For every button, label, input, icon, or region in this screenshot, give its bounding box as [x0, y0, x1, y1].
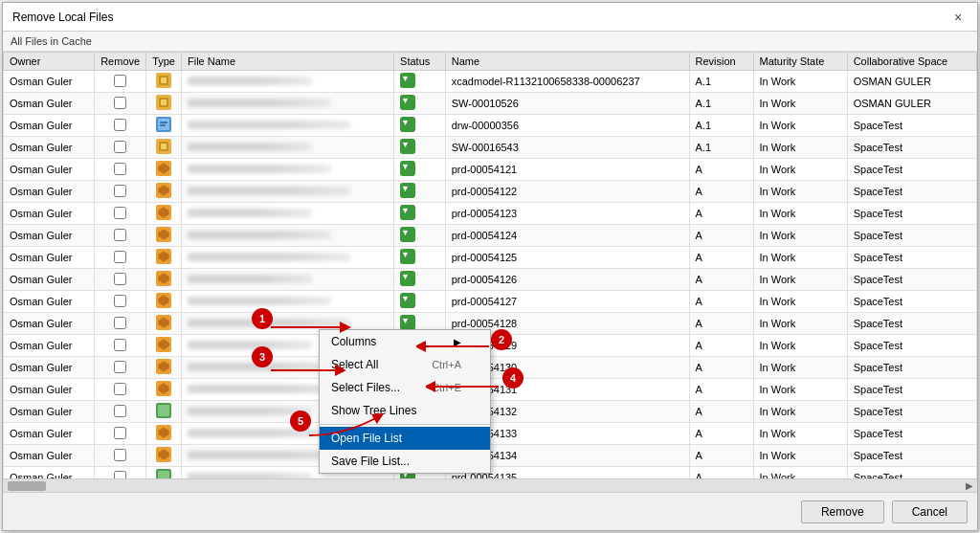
- remove-checkbox[interactable]: [114, 185, 126, 197]
- cell-status: ▼: [394, 357, 446, 379]
- remove-checkbox[interactable]: [114, 251, 126, 263]
- cell-remove[interactable]: [95, 137, 146, 159]
- table-row: Osman Guler▼prd-00054133AIn WorkSpaceTes…: [4, 423, 977, 445]
- cell-remove[interactable]: [95, 203, 146, 225]
- remove-checkbox[interactable]: [114, 97, 126, 109]
- cell-status: ▼: [394, 401, 446, 423]
- cell-maturity: In Work: [753, 247, 847, 269]
- asm-icon: [156, 144, 171, 156]
- table-row: Osman Guler▼SW-00010526A.1In WorkOSMAN G…: [4, 93, 977, 115]
- cell-owner: Osman Guler: [4, 335, 95, 357]
- cell-remove[interactable]: [95, 313, 146, 335]
- cell-filename: [182, 71, 394, 93]
- remove-checkbox[interactable]: [114, 75, 126, 87]
- cell-remove[interactable]: [95, 291, 146, 313]
- col-maturity: Maturity State: [753, 53, 847, 71]
- cell-remove[interactable]: [95, 423, 146, 445]
- remove-checkbox[interactable]: [114, 317, 126, 329]
- cell-space: SpaceTest: [847, 467, 976, 479]
- cell-type: [146, 269, 182, 291]
- cell-remove[interactable]: [95, 93, 146, 115]
- cell-remove[interactable]: [95, 159, 146, 181]
- remove-checkbox[interactable]: [114, 207, 126, 219]
- close-button[interactable]: ×: [948, 8, 968, 27]
- cell-revision: A.1: [689, 137, 753, 159]
- cell-remove[interactable]: [95, 225, 146, 247]
- cell-space: SpaceTest: [847, 269, 976, 291]
- remove-checkbox[interactable]: [114, 229, 126, 241]
- cell-status: ▼: [394, 445, 446, 467]
- cell-filename: [182, 379, 394, 401]
- col-filename: File Name: [182, 53, 394, 71]
- cell-remove[interactable]: [95, 379, 146, 401]
- cell-filename: [182, 401, 394, 423]
- cell-filename: [182, 357, 394, 379]
- cell-owner: Osman Guler: [4, 159, 95, 181]
- cell-type: [146, 467, 182, 479]
- cell-revision: A: [689, 291, 753, 313]
- cell-name: prd-00054132: [445, 401, 689, 423]
- part-icon: [156, 255, 171, 266]
- horizontal-scrollbar[interactable]: ▶: [3, 478, 977, 492]
- cell-remove[interactable]: [95, 181, 146, 203]
- scrollbar-thumb[interactable]: [8, 481, 46, 491]
- cell-maturity: In Work: [753, 225, 847, 247]
- cell-maturity: In Work: [753, 401, 847, 423]
- svg-rect-36: [158, 405, 169, 416]
- remove-button[interactable]: Remove: [801, 500, 884, 523]
- cell-space: SpaceTest: [847, 445, 976, 467]
- cell-remove[interactable]: [95, 115, 146, 137]
- remove-checkbox[interactable]: [114, 471, 126, 479]
- cell-type: [146, 291, 182, 313]
- cell-maturity: In Work: [753, 423, 847, 445]
- cell-type: [146, 335, 182, 357]
- cancel-button[interactable]: Cancel: [892, 500, 968, 523]
- cell-filename: [182, 181, 394, 203]
- cell-name: prd-00054122: [445, 181, 689, 203]
- remove-checkbox[interactable]: [114, 141, 126, 153]
- remove-checkbox[interactable]: [114, 339, 126, 351]
- remove-checkbox[interactable]: [114, 427, 126, 439]
- remove-checkbox[interactable]: [114, 273, 126, 285]
- cell-space: SpaceTest: [847, 335, 976, 357]
- cell-remove[interactable]: [95, 467, 146, 479]
- cell-remove[interactable]: [95, 401, 146, 423]
- cell-name: SW-00016543: [445, 137, 689, 159]
- cell-filename: [182, 225, 394, 247]
- status-icon: ▼: [400, 337, 415, 352]
- cell-filename: [182, 445, 394, 467]
- remove-checkbox[interactable]: [114, 295, 126, 307]
- cell-remove[interactable]: [95, 357, 146, 379]
- cell-space: SpaceTest: [847, 313, 976, 335]
- scroll-right-arrow[interactable]: ▶: [962, 480, 977, 491]
- cell-remove[interactable]: [95, 247, 146, 269]
- cell-remove[interactable]: [95, 71, 146, 93]
- part-icon: [156, 343, 171, 354]
- cell-name: SW-00010526: [445, 93, 689, 115]
- cell-maturity: In Work: [753, 467, 847, 479]
- cell-name: prd-00054124: [445, 225, 689, 247]
- cell-space: SpaceTest: [847, 379, 976, 401]
- cell-name: prd-00054134: [445, 445, 689, 467]
- part-icon: [156, 233, 171, 244]
- remove-checkbox[interactable]: [114, 163, 126, 175]
- status-icon: ▼: [400, 139, 415, 154]
- remove-checkbox[interactable]: [114, 119, 126, 131]
- status-icon: ▼: [400, 183, 415, 198]
- status-icon: ▼: [400, 227, 415, 242]
- cell-revision: A: [689, 401, 753, 423]
- remove-checkbox[interactable]: [114, 361, 126, 373]
- part-icon: [156, 277, 171, 288]
- cell-remove[interactable]: [95, 335, 146, 357]
- remove-checkbox[interactable]: [114, 449, 126, 461]
- title-bar: Remove Local Files ×: [3, 3, 977, 32]
- cell-owner: Osman Guler: [4, 137, 95, 159]
- status-icon: ▼: [400, 403, 415, 418]
- cell-filename: [182, 423, 394, 445]
- remove-checkbox[interactable]: [114, 405, 126, 417]
- cell-remove[interactable]: [95, 445, 146, 467]
- cell-owner: Osman Guler: [4, 203, 95, 225]
- cell-remove[interactable]: [95, 269, 146, 291]
- cell-maturity: In Work: [753, 115, 847, 137]
- remove-checkbox[interactable]: [114, 383, 126, 395]
